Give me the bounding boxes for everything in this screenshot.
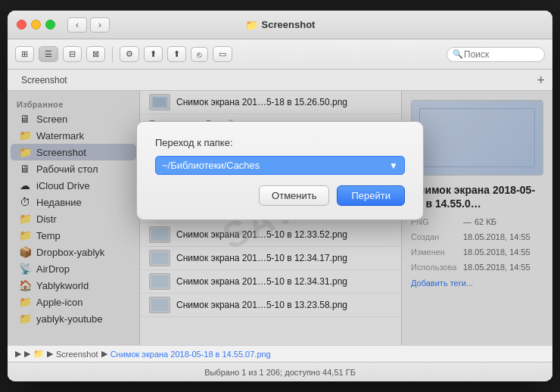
breadcrumb-bar: ▶ ▶ 📁 ▶ Screenshot ▶ Снимок экрана 2018-… — [8, 345, 552, 362]
columns-icon: ⊟ — [69, 49, 76, 59]
modal-input-wrapper: ▼ — [155, 156, 405, 175]
window-title: Screenshot — [262, 19, 316, 30]
breadcrumb-folder-icon: 📁 — [33, 349, 44, 359]
tabbar: Screenshot + — [8, 70, 552, 91]
modal-title: Переход к папке: — [155, 137, 405, 148]
maximize-button[interactable] — [45, 20, 55, 30]
statusbar: Выбрано 1 из 1 206; доступно 44,51 ГБ — [8, 362, 552, 381]
toolbar: ⊞ ☰ ⊟ ⊠ ⚙ ⬆ ⬆ ⎋ ▭ 🔍 — [8, 39, 552, 70]
link-button[interactable]: ⎋ — [191, 47, 208, 62]
goto-folder-modal: Переход к папке: ▼ Отменить Перейти — [136, 121, 424, 220]
action-icon: ⬆ — [173, 49, 180, 59]
link-icon: ⎋ — [197, 50, 202, 59]
view-columns-button[interactable]: ⊟ — [63, 46, 82, 62]
search-input[interactable] — [446, 47, 545, 62]
tab-screenshot[interactable]: Screenshot — [15, 73, 73, 87]
modal-path-input[interactable] — [162, 160, 389, 171]
minimize-button[interactable] — [31, 20, 41, 30]
breadcrumb-file[interactable]: Снимок экрана 2018-05-18 в 14.55.07.png — [110, 350, 271, 359]
share-button[interactable]: ⬆ — [144, 46, 163, 62]
view-list-button[interactable]: ☰ — [39, 46, 58, 62]
new-folder-icon: ▭ — [219, 49, 226, 59]
status-text: Выбрано 1 из 1 206; доступно 44,51 ГБ — [204, 368, 356, 377]
go-button[interactable]: Перейти — [337, 185, 405, 206]
share-icon: ⬆ — [150, 49, 157, 59]
titlebar: ‹ › 📁 Screenshot — [8, 11, 552, 39]
close-button[interactable] — [17, 20, 26, 30]
breadcrumb-sep: ▶ — [101, 349, 107, 359]
arrange-button[interactable]: ⚙ — [120, 46, 139, 62]
folder-icon: 📁 — [245, 19, 258, 31]
traffic-lights — [17, 20, 55, 30]
view-icons-button[interactable]: ⊞ — [15, 46, 34, 62]
main-content: Избранное 🖥 Screen 📁 Watermark 📁 Screens… — [8, 91, 552, 345]
view-gallery-button[interactable]: ⊠ — [86, 46, 105, 62]
add-tab-button[interactable]: + — [537, 73, 545, 87]
breadcrumb-screenshot[interactable]: Screenshot — [56, 350, 98, 359]
dropdown-arrow-icon: ▼ — [389, 160, 398, 171]
modal-overlay: Переход к папке: ▼ Отменить Перейти — [8, 91, 552, 345]
folder-button[interactable]: ▭ — [213, 46, 232, 62]
gallery-icon: ⊠ — [92, 49, 99, 59]
breadcrumb-sep: ▶ — [24, 349, 30, 359]
nav-buttons: ‹ › — [67, 17, 110, 33]
modal-buttons: Отменить Перейти — [155, 185, 405, 206]
breadcrumb-sep: ▶ — [47, 349, 53, 359]
search-wrapper: 🔍 — [446, 47, 545, 62]
breadcrumb-root[interactable]: ▶ — [15, 349, 21, 359]
arrange-icon: ⚙ — [126, 49, 133, 59]
finder-window: ‹ › 📁 Screenshot ⊞ ☰ ⊟ ⊠ ⚙ ⬆ ⬆ — [8, 11, 552, 381]
list-icon: ☰ — [45, 49, 52, 59]
titlebar-center: 📁 Screenshot — [245, 19, 316, 31]
back-button[interactable]: ‹ — [67, 17, 87, 33]
separator-1 — [112, 47, 113, 62]
action-button[interactable]: ⬆ — [167, 46, 186, 62]
forward-button[interactable]: › — [90, 17, 110, 33]
cancel-button[interactable]: Отменить — [259, 185, 329, 206]
grid-icon: ⊞ — [21, 49, 28, 59]
